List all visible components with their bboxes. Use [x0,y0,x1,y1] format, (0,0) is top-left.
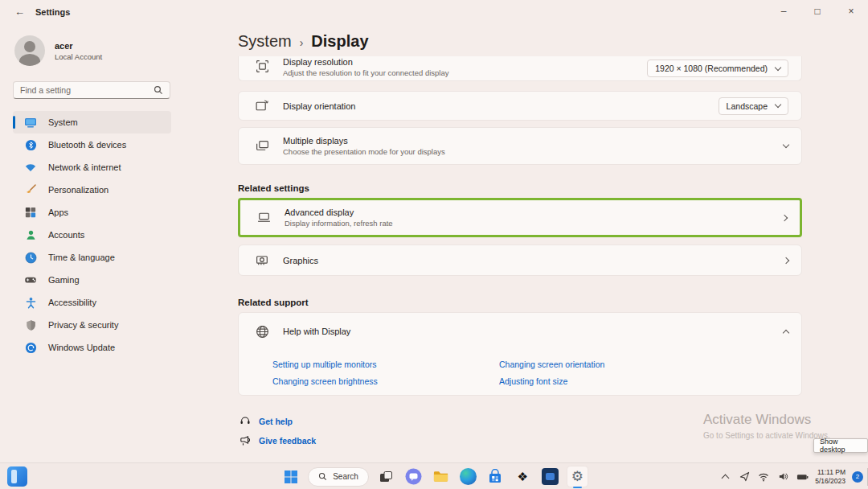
setting-title: Multiple displays [283,136,771,146]
photos-app-icon[interactable] [540,466,560,487]
sidebar-item-label: Personalization [48,185,108,195]
sidebar-item-label: Accounts [48,230,84,240]
task-view-button[interactable] [376,466,396,487]
show-desktop-tooltip: Show desktop [813,438,868,453]
notification-badge[interactable]: 2 [852,471,863,483]
card-advanced-display[interactable]: Advanced display Display information, re… [238,198,802,237]
sidebar-item-network-internet[interactable]: Network & internet [13,156,171,179]
sidebar-item-system[interactable]: System [13,111,171,134]
chevron-down-icon[interactable] [783,142,789,148]
globe-icon [255,324,270,339]
get-help-link[interactable]: Get help [259,417,293,426]
orientation-value: Landscape [727,101,768,111]
sidebar-item-apps[interactable]: Apps [13,201,171,224]
sidebar-item-bluetooth-devices[interactable]: Bluetooth & devices [13,134,171,156]
maximize-button[interactable]: □ [800,0,834,23]
setting-title: Display resolution [283,57,634,67]
advanced-display-icon [256,210,272,225]
help-link-screen-orientation[interactable]: Changing screen orientation [499,360,604,369]
sidebar-item-label: Privacy & security [48,320,118,330]
network-icon [24,161,37,174]
time-language-icon [24,251,37,264]
sidebar-item-windows-update[interactable]: Windows Update [13,336,171,359]
help-link-font-size[interactable]: Adjusting font size [499,376,604,386]
start-button[interactable] [280,466,301,487]
search-icon [154,85,163,95]
search-input[interactable] [20,85,154,95]
sidebar-item-label: Time & language [48,253,115,262]
minimize-button[interactable]: – [767,0,800,23]
sidebar: acer Local Account System Bluetooth & de… [0,24,238,462]
sidebar-item-label: Accessibility [48,298,96,307]
watermark-title: Activate Windows [703,412,830,428]
chevron-up-icon[interactable] [783,329,789,335]
page-title: Display [311,32,368,51]
section-related-support: Related support [238,298,309,307]
give-feedback-link[interactable]: Give feedback [259,436,316,446]
clock[interactable]: 11:11 PM 5/16/2023 [815,468,845,485]
activate-windows-watermark: Activate Windows Go to Settings to activ… [703,412,830,440]
resolution-dropdown[interactable]: 1920 × 1080 (Recommended) [647,60,788,77]
apps-icon [24,206,37,219]
card-help-with-display: Help with Display Setting up multiple mo… [238,312,802,396]
breadcrumb-parent[interactable]: System [238,32,292,51]
sidebar-item-accounts[interactable]: Accounts [13,224,171,246]
chevron-right-icon: › [300,35,304,49]
sidebar-item-label: Gaming [48,275,80,285]
bluetooth-icon [24,138,37,151]
help-link-screen-brightness[interactable]: Changing screen brightness [272,376,499,386]
chat-icon[interactable] [403,466,424,487]
search-box[interactable] [13,81,170,99]
get-help-row[interactable]: Get help [240,416,293,427]
avatar [14,35,45,66]
help-header-row[interactable]: Help with Display [239,313,801,350]
chevron-down-icon [775,64,781,70]
accessibility-icon [24,296,37,309]
sidebar-nav: System Bluetooth & devices Network & int… [13,111,171,359]
chevron-right-icon [781,214,788,220]
setting-title: Help with Display [283,327,771,336]
windows-update-icon [24,341,37,354]
wifi-icon[interactable] [757,471,770,483]
card-graphics[interactable]: Graphics [238,244,802,276]
settings-taskbar-icon[interactable]: ⚙ [567,466,588,487]
edge-browser-icon[interactable] [458,466,478,487]
titlebar: ← Settings – □ × [0,0,868,24]
sidebar-item-time-language[interactable]: Time & language [13,246,171,269]
tray-time: 11:11 PM [815,468,845,477]
multiple-displays-icon [255,138,270,154]
sidebar-item-gaming[interactable]: Gaming [13,269,171,291]
sidebar-item-label: Network & internet [48,162,121,172]
microsoft-store-icon[interactable] [485,466,506,487]
sidebar-item-personalization[interactable]: Personalization [13,179,171,201]
give-feedback-row[interactable]: Give feedback [240,435,316,446]
close-button[interactable]: × [834,0,868,23]
sidebar-item-label: Apps [48,208,68,217]
chevron-right-icon [783,257,789,263]
setting-title: Display orientation [283,101,706,111]
gaming-icon [24,273,37,286]
location-icon[interactable] [738,471,751,483]
orientation-dropdown[interactable]: Landscape [719,97,788,115]
sidebar-item-privacy-security[interactable]: Privacy & security [13,314,171,336]
windows-logo-icon [284,470,298,484]
app-title: Settings [35,7,70,17]
sidebar-item-accessibility[interactable]: Accessibility [13,291,171,314]
file-explorer-icon[interactable] [431,466,451,487]
hidden-icons-chevron[interactable] [719,471,731,483]
back-button[interactable]: ← [14,6,25,18]
volume-icon[interactable] [776,471,789,483]
battery-icon[interactable] [796,471,809,483]
card-multiple-displays[interactable]: Multiple displays Choose the presentatio… [238,127,802,165]
tray-date: 5/16/2023 [815,477,845,486]
get-help-icon [240,416,251,427]
setting-subtitle: Choose the presentation mode for your di… [283,147,771,156]
window-controls: – □ × [767,0,868,23]
setting-subtitle: Display information, refresh rate [285,219,769,228]
resolution-value: 1920 × 1080 (Recommended) [655,64,768,73]
chevron-down-icon [775,101,781,108]
account-card[interactable]: acer Local Account [14,35,102,66]
help-link-multiple-monitors[interactable]: Setting up multiple monitors [272,360,499,369]
taskbar-search[interactable]: Search [308,467,369,487]
dropbox-icon[interactable]: ❖ [513,466,533,487]
